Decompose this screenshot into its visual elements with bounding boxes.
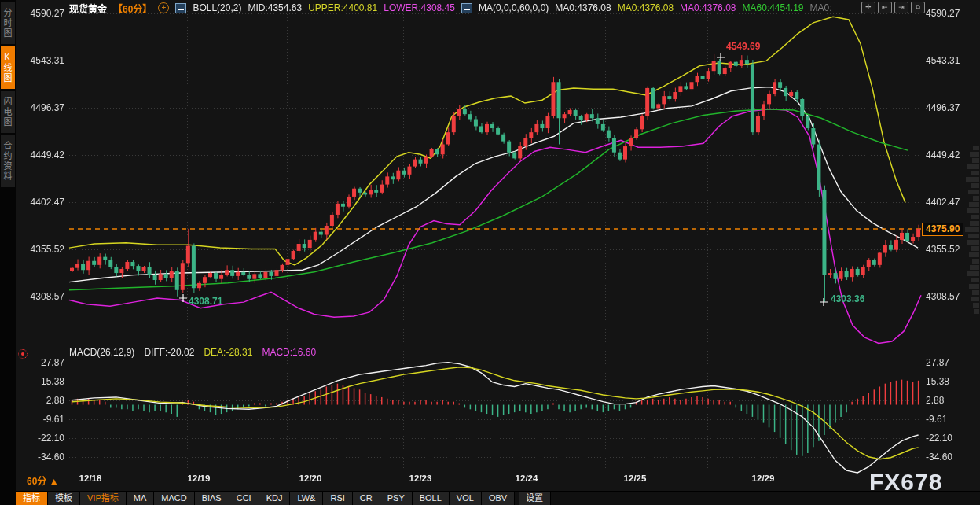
macd-axis-label-left: 2.88: [19, 395, 64, 406]
date-label: 12/23: [409, 474, 432, 483]
chart-canvas[interactable]: [0, 0, 980, 505]
toolbar-item-RSI[interactable]: RSI: [323, 492, 352, 505]
current-price-tag: 4375.90: [922, 223, 963, 236]
macd-header: MACD(26,12,9) DIFF:-20.02 DEA:-28.31 MAC…: [69, 347, 316, 358]
indicator-header: 现货黄金 【60分】 + BOLL(20,2) MID:4354.63 UPPE…: [69, 2, 832, 14]
toolbar-item-BIAS[interactable]: BIAS: [195, 492, 229, 505]
price-axis-label-left: 4590.27: [19, 8, 64, 19]
toolbar-item-MA[interactable]: MA: [127, 492, 155, 505]
add-indicator-icon[interactable]: +: [158, 2, 169, 13]
chart-window-controls: ✛⇤⇥⧉: [861, 2, 925, 13]
toolbar-item-设置[interactable]: 设置: [519, 492, 551, 505]
price-axis-label-left: 4355.52: [19, 244, 64, 255]
price-axis-label-right: 4543.31: [926, 55, 960, 66]
macd-title: MACD(26,12,9): [69, 347, 134, 358]
date-label: 12/20: [299, 474, 322, 483]
high-price-annotation: 4549.69: [726, 41, 760, 52]
macd-axis-label-right: 15.38: [926, 376, 949, 387]
ma-indicator-icon[interactable]: [461, 3, 472, 13]
macd-macd-value: MACD:16.60: [262, 347, 316, 358]
toolbar-item-BOLL[interactable]: BOLL: [413, 492, 450, 505]
low-price-annotation-2: 4303.36: [831, 293, 864, 304]
ma0-magenta-value: MA0:4376.08: [680, 2, 736, 13]
crosshair-icon[interactable]: ✛: [861, 2, 875, 13]
pan-left-icon[interactable]: ⇤: [878, 2, 892, 13]
price-axis-label-left: 4496.37: [19, 102, 64, 113]
price-axis-label-left: 4308.57: [19, 291, 64, 302]
date-label: 12/19: [188, 474, 211, 483]
sidebar-tab-闪电图[interactable]: 闪电图: [1, 91, 15, 133]
toolbar-item-PSY[interactable]: PSY: [380, 492, 413, 505]
price-axis-label-right: 4402.47: [926, 197, 960, 208]
chart-type-sidebar: 分时图K线图闪电图合约资料: [0, 0, 16, 505]
macd-axis-label-right: 2.88: [926, 395, 944, 406]
boll-lower-value: LOWER:4308.45: [384, 2, 455, 13]
toolbar-item-CR[interactable]: CR: [353, 492, 380, 505]
boll-indicator-icon[interactable]: [175, 3, 186, 13]
macd-axis-label-right: 27.87: [926, 357, 949, 368]
macd-axis-label-right: -34.60: [926, 452, 952, 463]
macd-diff-value: DIFF:-20.02: [144, 347, 194, 358]
date-label: 12/25: [624, 474, 647, 483]
split-pane-icon[interactable]: ⧉: [911, 2, 925, 13]
price-axis-label-right: 4308.57: [926, 291, 960, 302]
period-selector[interactable]: 60分 ▲: [27, 474, 59, 487]
price-axis-label-right: 4449.42: [926, 149, 960, 160]
low-price-annotation-1: 4308.71: [189, 296, 222, 307]
price-axis-label-right: 4590.27: [926, 8, 960, 19]
toolbar-item-OBV[interactable]: OBV: [482, 492, 515, 505]
boll-upper-value: UPPER:4400.81: [308, 2, 377, 13]
ma-label: MA(0,0,0,60,0,0): [479, 2, 549, 13]
macd-axis-label-left: -9.61: [19, 414, 64, 425]
boll-label: BOLL(20,2): [193, 2, 241, 13]
period-label[interactable]: 【60分】: [113, 2, 152, 15]
toolbar-item-VIP指标[interactable]: VIP指标: [80, 492, 127, 505]
symbol-name: 现货黄金: [69, 2, 107, 15]
indicator-toolbar: 指标模板VIP指标MAMACDBIASCCIKDJLW&RSICRPSYBOLL…: [16, 491, 980, 505]
toolbar-item-MACD[interactable]: MACD: [154, 492, 194, 505]
macd-dea-value: DEA:-28.31: [204, 347, 252, 358]
toolbar-item-指标[interactable]: 指标: [16, 492, 48, 505]
price-axis-label-right: 4496.37: [926, 102, 960, 113]
toolbar-item-模板[interactable]: 模板: [48, 492, 80, 505]
price-axis-label-left: 4402.47: [19, 197, 64, 208]
toolbar-item-CCI[interactable]: CCI: [229, 492, 259, 505]
date-label: 12/29: [752, 474, 775, 483]
pan-right-icon[interactable]: ⇥: [894, 2, 908, 13]
sidebar-tab-分时图[interactable]: 分时图: [1, 2, 15, 44]
macd-axis-label-left: 27.87: [19, 357, 64, 368]
macd-axis-label-left: -22.10: [19, 433, 64, 444]
toolbar-item-VOL[interactable]: VOL: [450, 492, 482, 505]
sidebar-tab-K线图[interactable]: K线图: [1, 46, 15, 89]
ma60-green-value: MA60:4454.19: [742, 2, 803, 13]
ma0-white-value: MA0:4376.08: [555, 2, 611, 13]
ma0-grey-value: MA0:: [810, 2, 832, 13]
macd-axis-label-right: -22.10: [926, 433, 952, 444]
trading-app-window: 分时图K线图闪电图合约资料 现货黄金 【60分】 + BOLL(20,2) MI…: [0, 0, 980, 505]
macd-settings-icon[interactable]: [18, 349, 28, 359]
toolbar-item-LW&[interactable]: LW&: [290, 492, 323, 505]
boll-mid-value: MID:4354.63: [248, 2, 302, 13]
macd-axis-label-left: 15.38: [19, 376, 64, 387]
price-axis-label-left: 4449.42: [19, 149, 64, 160]
date-label: 12/18: [79, 474, 102, 483]
price-axis-label-right: 4355.52: [926, 244, 960, 255]
ma0-yellow-value: MA0:4376.08: [618, 2, 674, 13]
macd-axis-label-left: -34.60: [19, 452, 64, 463]
date-label: 12/24: [516, 474, 538, 483]
sidebar-tab-合约资料[interactable]: 合约资料: [1, 135, 15, 187]
toolbar-item-KDJ[interactable]: KDJ: [259, 492, 291, 505]
price-axis-label-left: 4543.31: [19, 55, 64, 66]
macd-axis-label-right: -9.61: [926, 414, 947, 425]
